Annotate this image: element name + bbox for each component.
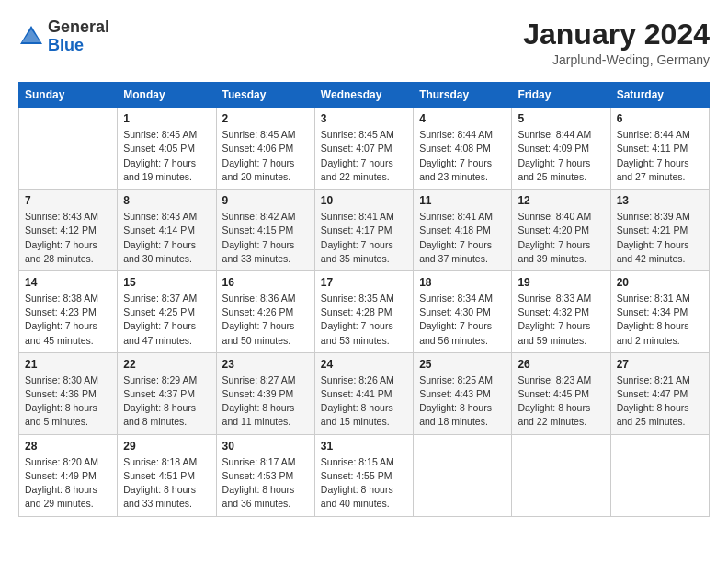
calendar-cell: 11Sunrise: 8:41 AMSunset: 4:18 PMDayligh… [414,190,512,271]
day-info: Sunrise: 8:41 AMSunset: 4:17 PMDaylight:… [321,210,407,266]
day-number: 20 [617,276,703,289]
day-info: Sunrise: 8:37 AMSunset: 4:25 PMDaylight:… [123,292,210,348]
day-info: Sunrise: 8:29 AMSunset: 4:37 PMDaylight:… [123,373,210,430]
day-info: Sunrise: 8:43 AMSunset: 4:12 PMDaylight:… [25,210,111,266]
calendar-week-row: 28Sunrise: 8:20 AMSunset: 4:49 PMDayligh… [19,434,710,516]
day-number: 30 [222,440,309,453]
calendar-cell: 24Sunrise: 8:26 AMSunset: 4:41 PMDayligh… [314,352,413,434]
weekday-header-monday: Monday [118,83,216,108]
calendar-cell: 16Sunrise: 8:36 AMSunset: 4:26 PMDayligh… [216,270,314,352]
calendar-table: SundayMondayTuesdayWednesdayThursdayFrid… [18,82,710,516]
title-block: January 2024 Jarplund-Weding, Germany [523,18,710,67]
calendar-cell: 13Sunrise: 8:39 AMSunset: 4:21 PMDayligh… [610,190,709,271]
day-info: Sunrise: 8:45 AMSunset: 4:05 PMDaylight:… [123,128,210,184]
calendar-cell: 25Sunrise: 8:25 AMSunset: 4:43 PMDayligh… [414,352,512,434]
day-info: Sunrise: 8:18 AMSunset: 4:51 PMDaylight:… [123,455,210,511]
calendar-cell [19,108,118,190]
day-number: 7 [25,194,111,207]
calendar-cell: 15Sunrise: 8:37 AMSunset: 4:25 PMDayligh… [118,270,216,352]
day-number: 14 [25,276,111,289]
logo-icon [18,24,44,50]
day-number: 21 [25,358,111,371]
weekday-header-sunday: Sunday [19,83,118,108]
day-number: 19 [518,276,604,289]
day-number: 4 [419,112,506,125]
day-info: Sunrise: 8:44 AMSunset: 4:09 PMDaylight:… [518,128,604,184]
day-info: Sunrise: 8:23 AMSunset: 4:45 PMDaylight:… [518,373,604,430]
day-info: Sunrise: 8:43 AMSunset: 4:14 PMDaylight:… [123,210,210,266]
calendar-cell: 27Sunrise: 8:21 AMSunset: 4:47 PMDayligh… [610,352,709,434]
day-info: Sunrise: 8:17 AMSunset: 4:53 PMDaylight:… [222,455,309,511]
day-info: Sunrise: 8:15 AMSunset: 4:55 PMDaylight:… [321,455,407,511]
calendar-cell: 14Sunrise: 8:38 AMSunset: 4:23 PMDayligh… [19,270,118,352]
day-number: 27 [617,358,703,371]
calendar-cell: 31Sunrise: 8:15 AMSunset: 4:55 PMDayligh… [314,434,413,516]
day-info: Sunrise: 8:34 AMSunset: 4:30 PMDaylight:… [419,292,506,348]
calendar-cell: 20Sunrise: 8:31 AMSunset: 4:34 PMDayligh… [610,270,709,352]
calendar-cell: 22Sunrise: 8:29 AMSunset: 4:37 PMDayligh… [118,352,216,434]
calendar-cell [512,434,610,516]
calendar-body: 1Sunrise: 8:45 AMSunset: 4:05 PMDaylight… [19,108,710,516]
calendar-week-row: 21Sunrise: 8:30 AMSunset: 4:36 PMDayligh… [19,352,710,434]
location-subtitle: Jarplund-Weding, Germany [523,52,710,67]
weekday-header-saturday: Saturday [610,83,709,108]
month-year-title: January 2024 [523,18,710,51]
weekday-header-wednesday: Wednesday [314,83,413,108]
day-number: 5 [518,112,604,125]
day-info: Sunrise: 8:35 AMSunset: 4:28 PMDaylight:… [321,292,407,348]
calendar-header: SundayMondayTuesdayWednesdayThursdayFrid… [19,83,710,108]
day-info: Sunrise: 8:33 AMSunset: 4:32 PMDaylight:… [518,292,604,348]
calendar-cell: 10Sunrise: 8:41 AMSunset: 4:17 PMDayligh… [314,190,413,271]
day-info: Sunrise: 8:39 AMSunset: 4:21 PMDaylight:… [617,210,703,266]
day-number: 15 [123,276,210,289]
calendar-cell: 29Sunrise: 8:18 AMSunset: 4:51 PMDayligh… [118,434,216,516]
calendar-cell: 9Sunrise: 8:42 AMSunset: 4:15 PMDaylight… [216,190,314,271]
day-number: 8 [123,194,210,207]
day-number: 2 [222,112,309,125]
calendar-cell: 18Sunrise: 8:34 AMSunset: 4:30 PMDayligh… [414,270,512,352]
day-info: Sunrise: 8:26 AMSunset: 4:41 PMDaylight:… [321,373,407,430]
calendar-cell: 26Sunrise: 8:23 AMSunset: 4:45 PMDayligh… [512,352,610,434]
day-info: Sunrise: 8:36 AMSunset: 4:26 PMDaylight:… [222,292,309,348]
weekday-header-thursday: Thursday [414,83,512,108]
day-number: 17 [321,276,407,289]
calendar-cell: 4Sunrise: 8:44 AMSunset: 4:08 PMDaylight… [414,108,512,190]
calendar-cell: 3Sunrise: 8:45 AMSunset: 4:07 PMDaylight… [314,108,413,190]
day-info: Sunrise: 8:42 AMSunset: 4:15 PMDaylight:… [222,210,309,266]
day-number: 9 [222,194,309,207]
weekday-header-friday: Friday [512,83,610,108]
day-number: 11 [419,194,506,207]
day-number: 24 [321,358,407,371]
day-number: 29 [123,440,210,453]
day-info: Sunrise: 8:41 AMSunset: 4:18 PMDaylight:… [419,210,506,266]
day-info: Sunrise: 8:21 AMSunset: 4:47 PMDaylight:… [617,373,703,430]
calendar-cell [414,434,512,516]
calendar-cell: 30Sunrise: 8:17 AMSunset: 4:53 PMDayligh… [216,434,314,516]
svg-marker-1 [22,29,40,42]
calendar-cell: 5Sunrise: 8:44 AMSunset: 4:09 PMDaylight… [512,108,610,190]
day-number: 1 [123,112,210,125]
day-info: Sunrise: 8:25 AMSunset: 4:43 PMDaylight:… [419,373,506,430]
day-number: 3 [321,112,407,125]
day-number: 23 [222,358,309,371]
page-header: General Blue January 2024 Jarplund-Wedin… [18,18,710,67]
calendar-week-row: 7Sunrise: 8:43 AMSunset: 4:12 PMDaylight… [19,190,710,271]
day-info: Sunrise: 8:40 AMSunset: 4:20 PMDaylight:… [518,210,604,266]
calendar-cell: 7Sunrise: 8:43 AMSunset: 4:12 PMDaylight… [19,190,118,271]
day-number: 25 [419,358,506,371]
day-info: Sunrise: 8:30 AMSunset: 4:36 PMDaylight:… [25,373,111,430]
calendar-cell: 19Sunrise: 8:33 AMSunset: 4:32 PMDayligh… [512,270,610,352]
weekday-header-tuesday: Tuesday [216,83,314,108]
day-info: Sunrise: 8:45 AMSunset: 4:06 PMDaylight:… [222,128,309,184]
logo: General Blue [18,18,109,55]
calendar-cell: 23Sunrise: 8:27 AMSunset: 4:39 PMDayligh… [216,352,314,434]
calendar-cell: 12Sunrise: 8:40 AMSunset: 4:20 PMDayligh… [512,190,610,271]
day-number: 18 [419,276,506,289]
calendar-cell [610,434,709,516]
day-info: Sunrise: 8:27 AMSunset: 4:39 PMDaylight:… [222,373,309,430]
day-number: 13 [617,194,703,207]
calendar-cell: 2Sunrise: 8:45 AMSunset: 4:06 PMDaylight… [216,108,314,190]
day-info: Sunrise: 8:20 AMSunset: 4:49 PMDaylight:… [25,455,111,511]
day-number: 22 [123,358,210,371]
calendar-cell: 1Sunrise: 8:45 AMSunset: 4:05 PMDaylight… [118,108,216,190]
